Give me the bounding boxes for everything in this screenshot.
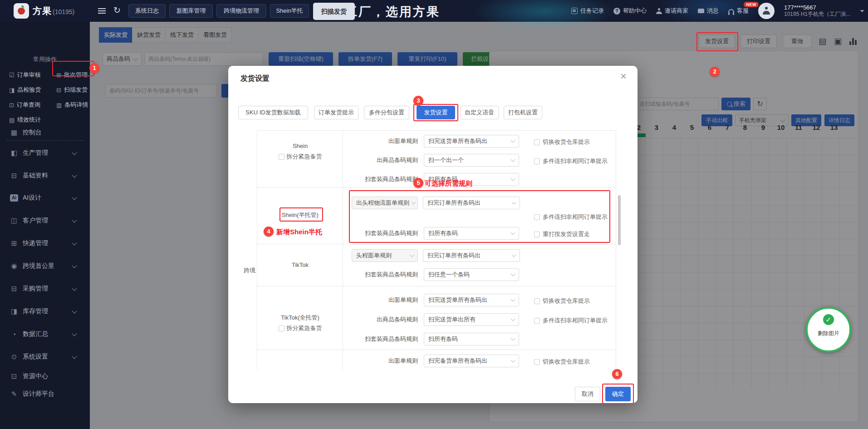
annotation-note-4: 新增Shein半托 <box>276 228 322 237</box>
sidebar-item-console[interactable]: ▦控制台 <box>0 126 90 139</box>
chevron-down-icon <box>511 336 515 341</box>
sidebar-item-first-mile[interactable]: ◉跨境首公里 <box>0 259 90 273</box>
header-customer-service[interactable]: 客服 NEW <box>728 7 749 15</box>
platform-name: Shein <box>257 143 343 149</box>
rule-checkbox[interactable]: 切换收货仓库提示 <box>534 358 590 366</box>
app-logo[interactable] <box>14 3 29 19</box>
sidebar-item-customers[interactable]: ◫客户管理 <box>0 214 90 227</box>
sidebar-item-performance[interactable]: ▤绩效统计 <box>9 116 41 124</box>
menu-label: 设计师平台 <box>23 390 54 398</box>
rule-label: 扫套装商品条码规则 <box>343 268 418 281</box>
header-help-center[interactable]: ? 帮助中心 <box>613 7 647 15</box>
sidebar-item-order-review[interactable]: ☑订单审核 <box>9 71 41 79</box>
table-row-partial: 出面单规则 扫完备货单所有条码出 切换收货仓库提示 <box>257 350 616 370</box>
chevron-down-icon <box>511 358 515 363</box>
sidebar-item-purchasing[interactable]: ⊟采购管理 <box>0 282 90 296</box>
delete-image-widget[interactable]: ✓ 删除图片 <box>806 307 851 352</box>
sidebar-item-data-summary[interactable]: ◔数据汇总 <box>0 327 90 341</box>
annotation-note-5: 可选择所需规则 <box>425 179 472 188</box>
sidebar-item-qc-inspect[interactable]: ◨品检验货 <box>9 86 41 94</box>
avatar-person-icon <box>763 7 770 15</box>
modal-tab-sku-load[interactable]: SKU ID发货数据加载 <box>238 106 308 119</box>
nav-scan-ship-active[interactable]: 扫描发货 <box>313 3 355 20</box>
sidebar-item-designer-platform[interactable]: ✎设计师平台 <box>0 387 90 401</box>
nav-image-library[interactable]: 新图库管理 <box>169 4 213 18</box>
sidebar-item-resource-center[interactable]: ⊡资源中心 <box>0 370 90 383</box>
chevron-down-icon <box>512 253 516 257</box>
chevron-down-icon <box>72 217 77 222</box>
table-row-shein-semi: Shein(半托管) 4 新增Shein半托 出头程物流面单规则 扫完订单所有条… <box>257 187 616 244</box>
rule-checkbox[interactable]: 切换收货仓库提示 <box>534 297 590 305</box>
annotation-box-scan-ship <box>52 61 94 76</box>
header-messages[interactable]: 消息 <box>698 7 719 15</box>
modal-tab-custom-voice[interactable]: 自定义语音 <box>460 106 499 119</box>
chevron-down-icon <box>72 195 77 200</box>
collapse-menu-icon[interactable] <box>98 8 106 14</box>
avatar[interactable] <box>758 3 775 19</box>
chevron-down-icon <box>72 240 77 245</box>
rule-checkbox[interactable]: 多件连扫非相同订单提示 <box>534 316 608 325</box>
checkbox-icon <box>534 298 540 304</box>
menu-label: 采购管理 <box>23 285 48 293</box>
rule-select[interactable]: 扫完订单所有条码出 <box>423 249 520 262</box>
rule-type-select[interactable]: 头程面单规则 <box>352 249 418 262</box>
sidebar-item-system-settings[interactable]: ⊙系统设置 <box>0 350 90 364</box>
header-task-log[interactable]: 任务记录 <box>571 7 604 15</box>
refresh-icon[interactable]: ↻ <box>112 5 122 15</box>
rule-select[interactable]: 扫所有条码 <box>424 333 519 345</box>
rule-select[interactable]: 扫一个出一个 <box>424 154 519 167</box>
chevron-down-icon <box>410 253 414 257</box>
user-info[interactable]: 177****5667 10195 H1手机壳（工厂演... <box>784 4 850 18</box>
modal-tab-order-tip[interactable]: 订单发货提示 <box>314 106 358 119</box>
express-icon: ⊞ <box>10 239 18 247</box>
rule-select[interactable]: 扫完送货单所有条码出 <box>424 135 519 148</box>
menu-label: 资源中心 <box>23 372 48 380</box>
person-icon <box>656 8 662 14</box>
checkbox-label: 切换收货仓库提示 <box>543 358 590 366</box>
invite-label: 邀请商家 <box>665 7 688 15</box>
nav-shein-semi[interactable]: Shein半托 <box>270 4 309 18</box>
customers-icon: ◫ <box>10 217 18 225</box>
rule-checkbox[interactable]: 多件连扫非相同订单提示 <box>534 157 608 165</box>
help-icon: ? <box>613 8 620 15</box>
rule-select[interactable]: 扫完送货单出所有 <box>424 313 519 326</box>
user-menu-caret-icon[interactable] <box>860 10 864 15</box>
ship-settings-modal: 发货设置 × SKU ID发货数据加载 订单发货提示 多件分包设置 发货设置 自… <box>228 66 638 403</box>
nav-system-log[interactable]: 系统日志 <box>128 4 166 18</box>
rule-select[interactable]: 扫完备货单所有条码出 <box>424 355 519 367</box>
rule-select-value: 扫完送货单所有条码出 <box>428 137 487 145</box>
menu-label: 基础资料 <box>23 172 48 180</box>
sidebar-item-production[interactable]: ◧生产管理 <box>0 146 90 160</box>
modal-tab-packer[interactable]: 打包机设置 <box>504 106 542 119</box>
rule-select[interactable]: 扫任意一个条码 <box>424 268 519 281</box>
task-log-label: 任务记录 <box>580 7 604 15</box>
sidebar-item-express[interactable]: ⊞快递管理 <box>0 237 90 250</box>
split-urgent-checkbox[interactable]: 拆分紧急备货 <box>257 153 343 161</box>
checkbox-icon <box>534 359 540 365</box>
rule-select-value: 头程面单规则 <box>356 251 392 260</box>
sidebar-item-barcode-detail[interactable]: ▥条码详情 <box>56 101 88 109</box>
rule-checkbox[interactable]: 切换收货仓库提示 <box>534 138 590 146</box>
checkbox-label: 切换收货仓库提示 <box>543 138 590 146</box>
sidebar-item-scan-ship[interactable]: ⊟扫描发货 <box>56 86 88 94</box>
sidebar-item-base-data[interactable]: ⊟基础资料 <box>0 169 90 182</box>
nav-cross-border-logistics[interactable]: 跨境物流管理 <box>216 4 266 18</box>
sidebar-item-order-query[interactable]: ⊡订单查询 <box>9 101 40 109</box>
split-urgent-checkbox[interactable]: 拆分紧急备货 <box>257 324 343 332</box>
checkbox-icon <box>279 325 284 331</box>
annotation-box-ship-settings-button <box>696 32 738 51</box>
sidebar-item-ai-design[interactable]: AiAI设计 <box>0 191 90 205</box>
rule-select[interactable]: 扫完送货单所有条码出 <box>424 294 519 306</box>
settings-scroll-area[interactable]: 跨境 Shein 拆分紧急备货 出面单规则 扫完送货单所有条码出 切换收货仓 <box>237 127 621 370</box>
close-icon[interactable]: × <box>617 69 630 83</box>
menu-label: 库存管理 <box>23 307 48 316</box>
cancel-button[interactable]: 取消 <box>575 387 600 401</box>
rule-label: 出商品条码规则 <box>343 313 418 326</box>
rule-label: 扫套装商品条码规则 <box>343 333 418 345</box>
sidebar-divider <box>6 140 83 141</box>
header-invite-merchant[interactable]: 邀请商家 <box>656 7 688 15</box>
rule-label: 出面单规则 <box>343 135 418 148</box>
scrollbar-thumb[interactable] <box>618 195 621 245</box>
modal-tab-multi-pack[interactable]: 多件分包设置 <box>364 106 409 119</box>
sidebar-item-inventory[interactable]: ◨库存管理 <box>0 305 90 318</box>
